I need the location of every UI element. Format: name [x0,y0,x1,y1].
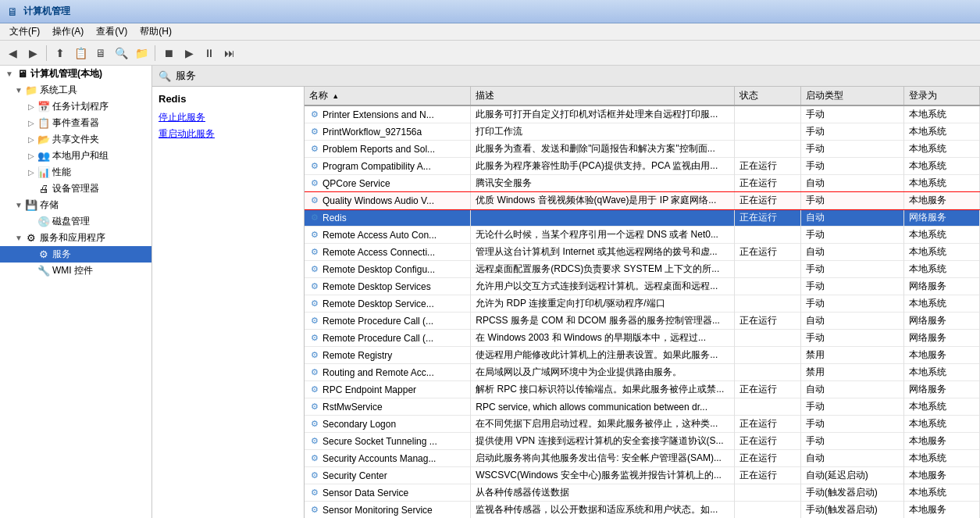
system-tools-expand-icon[interactable]: ▼ [12,84,25,97]
sidebar-item-device-manager[interactable]: 🖨 设备管理器 [0,180,151,197]
services-table-body: ⚙Printer Extensions and N...此服务可打开自定义打印机… [305,105,980,518]
shared-folders-folder-icon: 📂 [37,134,50,146]
table-row[interactable]: ⚙Remote Access Auto Con...无论什么时候，当某个程序引用… [305,227,980,244]
up-button[interactable]: ⬆ [51,44,69,63]
service-status-cell: 正在运行 [735,450,800,467]
service-status-cell [735,295,800,313]
table-row[interactable]: ⚙Remote Desktop Configu...远程桌面配置服务(RDCS)… [305,261,980,278]
pause-button[interactable]: ⏸ [200,44,219,63]
sidebar-item-storage[interactable]: ▼ 💾 存储 [0,197,151,213]
forward-button[interactable]: ▶ [23,44,42,63]
table-row[interactable]: ⚙Problem Reports and Sol...此服务为查看、发送和删除"… [305,141,980,158]
service-status-cell: 正在运行 [735,467,800,484]
services-apps-expand-icon[interactable]: ▼ [12,232,25,245]
event-viewer-folder-icon: 📋 [37,117,50,130]
table-row[interactable]: ⚙Remote Procedure Call (...在 Windows 200… [305,330,980,347]
service-name-cell: ⚙Routing and Remote Acc... [305,364,471,381]
table-row[interactable]: ⚙Secondary Logon在不同凭据下启用启动过程。如果此服务被停止，这种… [305,416,980,433]
sidebar-item-services[interactable]: ⚙ 服务 [0,246,151,263]
table-row[interactable]: ⚙Remote Access Connecti...管理从这台计算机到 Inte… [305,244,980,261]
play-button[interactable]: ▶ [180,44,198,63]
menu-item-F[interactable]: 文件(F) [3,23,46,40]
sidebar-item-system-tools[interactable]: ▼ 📁 系统工具 [0,82,151,98]
table-row[interactable]: ⚙Secure Socket Tunneling ...提供使用 VPN 连接到… [305,433,980,450]
search-button[interactable]: 🔍 [112,44,130,63]
sidebar-root[interactable]: ▼ 🖥 计算机管理(本地) [0,66,151,82]
service-name-cell: ⚙Remote Desktop Services [305,278,471,295]
sidebar-item-services-apps[interactable]: ▼ ⚙ 服务和应用程序 [0,230,151,246]
service-startup-cell: 禁用 [800,364,904,381]
menu-item-A[interactable]: 操作(A) [46,23,90,40]
service-name-cell: ⚙Quality Windows Audio V... [305,192,471,209]
computer-button[interactable]: 🖥 [91,44,110,63]
services-table-container[interactable]: 名称 ▲ 描述 状态 启动类型 登录为 ⚙Printer Extensions … [305,87,980,518]
service-desc-cell: 优质 Windows 音视视频体验(qWave)是用于 IP 家庭网络... [471,192,735,209]
service-startup-cell: 手动 [800,192,904,209]
sidebar-item-disk-management[interactable]: 💿 磁盘管理 [0,213,151,230]
table-row[interactable]: ⚙Remote Desktop Services允许用户以交互方式连接到远程计算… [305,278,980,295]
sidebar-item-performance[interactable]: ▷ 📊 性能 [0,164,151,180]
table-row[interactable]: ⚙Program Compatibility A...此服务为程序兼容性助手(P… [305,158,980,175]
menu-item-V[interactable]: 查看(V) [90,23,134,40]
service-logon-cell: 本地系统 [904,105,980,123]
sidebar-item-services-apps-label: 服务和应用程序 [40,231,105,245]
table-row[interactable]: ⚙Remote Registry使远程用户能修改此计算机上的注册表设置。如果此服… [305,347,980,364]
folder-button[interactable]: 📁 [132,44,151,63]
sidebar-item-local-users[interactable]: ▷ 👥 本地用户和组 [0,148,151,164]
service-logon-cell: 本地系统 [904,398,980,416]
restart-service-link[interactable]: 重启动此服务 [159,127,298,141]
col-desc[interactable]: 描述 [471,87,735,105]
sidebar-item-shared-folders[interactable]: ▷ 📂 共享文件夹 [0,131,151,148]
sidebar-item-event-viewer[interactable]: ▷ 📋 事件查看器 [0,115,151,131]
service-logon-cell: 本地系统 [904,295,980,313]
table-row[interactable]: ⚙RstMwServiceRPC service, which allows c… [305,398,980,416]
service-desc-cell: 在不同凭据下启用启动过程。如果此服务被停止，这种类... [471,416,735,433]
service-name-cell: ⚙Redis [305,209,471,227]
stop-button[interactable]: ⏹ [159,44,178,63]
table-row[interactable]: ⚙Security Accounts Manag...启动此服务将向其他服务发出… [305,450,980,467]
performance-folder-icon: 📊 [37,166,50,179]
service-icon: ⚙ [309,419,320,430]
root-expand-icon[interactable]: ▼ [3,68,16,80]
stop-service-link[interactable]: 停止此服务 [159,111,298,124]
col-logon[interactable]: 登录为 [904,87,980,105]
service-startup-cell: 手动 [800,398,904,416]
service-desc-cell: 提供使用 VPN 连接到远程计算机的安全套接字隧道协议(S... [471,433,735,450]
table-row[interactable]: ⚙Sensor Monitoring Service监视各种传感器，以公开数据和… [305,502,980,519]
service-status-cell [735,398,800,416]
service-desc-cell: 管理从这台计算机到 Internet 或其他远程网络的拨号和虚... [471,244,735,261]
sidebar-item-wmi[interactable]: 🔧 WMI 控件 [0,263,151,279]
sidebar-item-shared-folders-label: 共享文件夹 [52,133,99,146]
services-header: 🔍 服务 [152,66,980,87]
table-row[interactable]: ⚙Printer Extensions and N...此服务可打开自定义打印机… [305,105,980,123]
service-logon-cell: 本地系统 [904,123,980,141]
table-row[interactable]: ⚙QPCore Service腾讯安全服务正在运行自动本地系统 [305,175,980,192]
col-status[interactable]: 状态 [735,87,800,105]
table-row[interactable]: ⚙Remote Desktop Service...允许为 RDP 连接重定向打… [305,295,980,313]
restart-button[interactable]: ⏭ [220,44,239,63]
table-row[interactable]: ⚙RPC Endpoint Mapper解析 RPC 接口标识符以传输端点。如果… [305,381,980,398]
table-row[interactable]: ⚙Security CenterWSCSVC(Windows 安全中心)服务监视… [305,467,980,484]
service-logon-cell: 本地系统 [904,364,980,381]
table-row[interactable]: ⚙Remote Procedure Call (...RPCSS 服务是 COM… [305,313,980,330]
menu-item-H[interactable]: 帮助(H) [134,23,178,40]
service-icon: ⚙ [309,213,320,223]
service-icon: ⚙ [309,367,320,378]
table-row[interactable]: ⚙Redis正在运行自动网络服务 [305,209,980,227]
service-status-cell [735,227,800,244]
show-hide-button[interactable]: 📋 [71,44,90,63]
table-row[interactable]: ⚙Routing and Remote Acc...在局域网以及广域网环境中为企… [305,364,980,381]
service-startup-cell: 手动 [800,261,904,278]
table-row[interactable]: ⚙Quality Windows Audio V...优质 Windows 音视… [305,192,980,209]
sidebar-item-task-scheduler[interactable]: ▷ 📅 任务计划程序 [0,98,151,115]
service-name-cell: ⚙Remote Desktop Service... [305,295,471,313]
back-button[interactable]: ◀ [3,44,22,63]
storage-expand-icon[interactable]: ▼ [12,199,25,212]
service-logon-cell: 本地服务 [904,502,980,519]
service-logon-cell: 本地系统 [904,158,980,175]
col-name[interactable]: 名称 ▲ [305,87,471,105]
col-startup[interactable]: 启动类型 [800,87,904,105]
service-icon: ⚙ [309,333,320,344]
table-row[interactable]: ⚙Sensor Data Service从各种传感器传送数据手动(触发器启动)本… [305,484,980,502]
table-row[interactable]: ⚙PrintWorkflow_927156a打印工作流手动本地系统 [305,123,980,141]
